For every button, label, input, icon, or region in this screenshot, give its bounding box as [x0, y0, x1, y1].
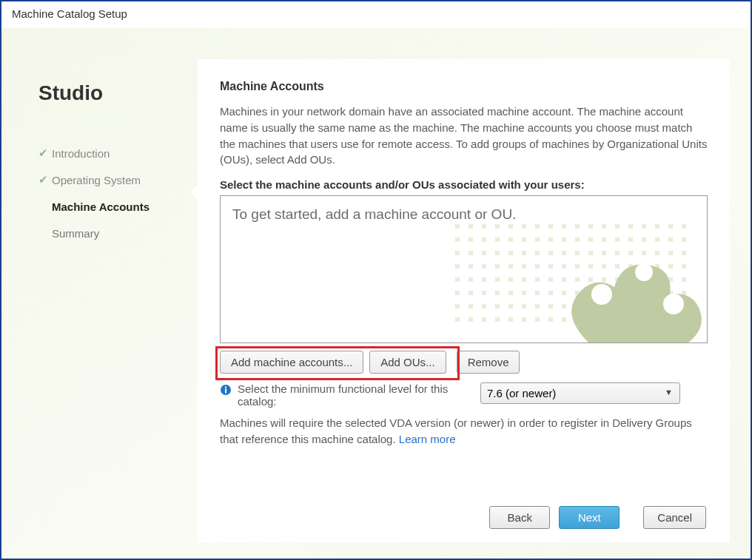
svg-rect-115 — [548, 304, 553, 308]
svg-point-145 — [635, 263, 653, 281]
svg-rect-25 — [548, 237, 553, 242]
svg-rect-35 — [682, 237, 686, 242]
svg-rect-10 — [588, 224, 593, 229]
step-label: Summary — [52, 227, 99, 240]
svg-rect-116 — [562, 304, 566, 308]
svg-rect-120 — [615, 304, 620, 308]
functional-level-select[interactable]: 7.6 (or newer) — [480, 382, 680, 404]
vda-note-text: Machines will require the selected VDA v… — [220, 416, 692, 445]
svg-rect-58 — [508, 264, 513, 269]
remove-button[interactable]: Remove — [457, 351, 520, 374]
svg-rect-37 — [469, 251, 473, 255]
svg-rect-69 — [655, 264, 659, 269]
svg-rect-92 — [482, 291, 486, 295]
svg-rect-136 — [588, 317, 593, 322]
svg-rect-62 — [562, 264, 566, 269]
step-label: Machine Accounts — [52, 200, 150, 213]
svg-rect-71 — [682, 264, 686, 269]
svg-rect-149 — [225, 387, 226, 388]
svg-rect-4 — [508, 224, 513, 229]
svg-rect-86 — [642, 277, 646, 282]
svg-rect-126 — [455, 317, 460, 322]
next-button[interactable]: Next — [559, 506, 620, 529]
svg-rect-72 — [455, 277, 460, 282]
svg-rect-9 — [575, 224, 580, 229]
svg-rect-79 — [548, 277, 553, 282]
svg-rect-28 — [588, 237, 593, 242]
svg-rect-95 — [522, 291, 526, 295]
panel-content: Machine Accounts Machines in your networ… — [198, 59, 730, 542]
step-label: Operating System — [52, 174, 141, 186]
svg-rect-19 — [469, 237, 473, 242]
svg-rect-14 — [642, 224, 646, 229]
svg-rect-94 — [508, 291, 513, 295]
svg-rect-23 — [522, 237, 526, 242]
svg-rect-96 — [535, 291, 540, 295]
svg-rect-128 — [482, 317, 486, 322]
svg-rect-1 — [469, 224, 473, 229]
svg-rect-7 — [548, 224, 553, 229]
functional-level-row: Select the minimum functional level for … — [220, 382, 708, 408]
step-machine-accounts[interactable]: ✔ Machine Accounts — [38, 200, 198, 213]
svg-rect-133 — [548, 317, 553, 322]
svg-rect-16 — [668, 224, 673, 229]
learn-more-link[interactable]: Learn more — [399, 433, 456, 445]
svg-rect-41 — [522, 251, 526, 255]
listbox-placeholder: To get started, add a machine account or… — [232, 206, 516, 222]
svg-rect-50 — [642, 251, 646, 255]
svg-rect-91 — [469, 291, 473, 295]
add-machine-accounts-button[interactable]: Add machine accounts... — [220, 351, 363, 374]
svg-rect-76 — [508, 277, 513, 282]
svg-rect-104 — [642, 291, 646, 295]
action-buttons-row: Add machine accounts... Add OUs... Remov… — [220, 351, 708, 374]
svg-point-144 — [591, 284, 612, 305]
svg-rect-42 — [535, 251, 540, 255]
svg-rect-109 — [469, 304, 473, 308]
svg-rect-138 — [615, 317, 620, 322]
svg-rect-30 — [615, 237, 620, 242]
window-title: Machine Catalog Setup — [1, 1, 751, 28]
cancel-button[interactable]: Cancel — [643, 506, 706, 529]
svg-rect-112 — [508, 304, 513, 308]
wizard-steps: ✔ Introduction ✔ Operating System ✔ Mach… — [38, 146, 198, 240]
svg-rect-127 — [469, 317, 473, 322]
step-operating-system[interactable]: ✔ Operating System — [38, 173, 198, 186]
svg-rect-129 — [495, 317, 500, 322]
functional-level-label: Select the minimum functional level for … — [238, 382, 474, 408]
svg-rect-61 — [548, 264, 553, 269]
add-ous-button[interactable]: Add OUs... — [369, 351, 446, 374]
svg-rect-110 — [482, 304, 486, 308]
svg-rect-44 — [562, 251, 566, 255]
svg-rect-80 — [562, 277, 566, 282]
step-introduction[interactable]: ✔ Introduction — [38, 146, 198, 160]
svg-rect-64 — [588, 264, 593, 269]
svg-rect-48 — [615, 251, 620, 255]
svg-rect-130 — [508, 317, 513, 322]
svg-rect-27 — [575, 237, 580, 242]
page-heading: Machine Accounts — [220, 80, 708, 93]
svg-rect-2 — [482, 224, 486, 229]
svg-rect-22 — [508, 237, 513, 242]
svg-rect-38 — [482, 251, 486, 255]
svg-rect-53 — [682, 251, 686, 255]
svg-rect-131 — [522, 317, 526, 322]
svg-rect-40 — [508, 251, 513, 255]
accounts-listbox[interactable]: To get started, add a machine account or… — [220, 195, 708, 343]
svg-rect-106 — [668, 291, 673, 295]
svg-rect-8 — [562, 224, 566, 229]
svg-rect-34 — [668, 237, 673, 242]
svg-rect-52 — [668, 251, 673, 255]
svg-rect-100 — [588, 291, 593, 295]
svg-rect-113 — [522, 304, 526, 308]
wizard-footer: Back Next Cancel — [220, 496, 708, 529]
svg-rect-68 — [642, 264, 646, 269]
step-summary[interactable]: ✔ Summary — [38, 226, 198, 240]
back-button[interactable]: Back — [489, 506, 550, 529]
svg-rect-135 — [575, 317, 580, 322]
svg-rect-33 — [655, 237, 659, 242]
svg-rect-5 — [522, 224, 526, 229]
svg-rect-60 — [535, 264, 540, 269]
svg-rect-134 — [562, 317, 566, 322]
svg-rect-46 — [588, 251, 593, 255]
svg-rect-114 — [535, 304, 540, 308]
